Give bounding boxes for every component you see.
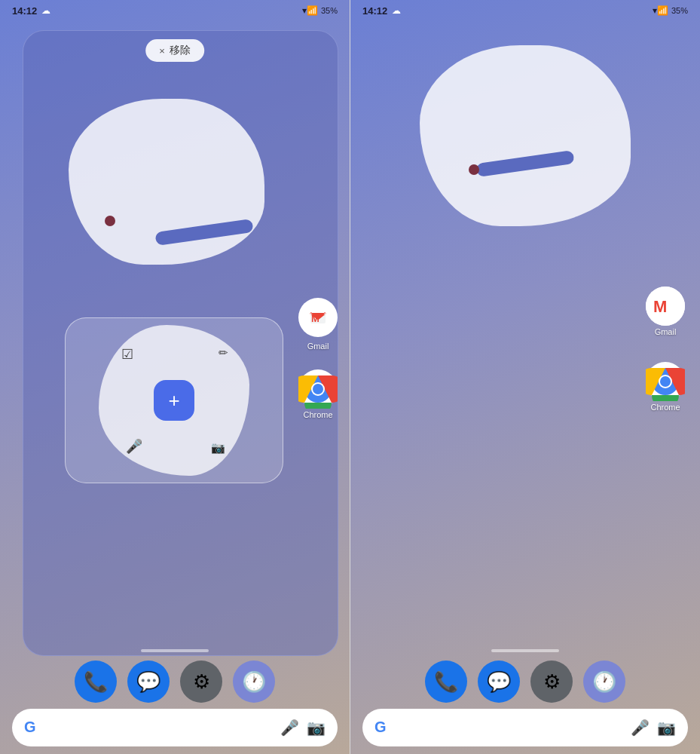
status-right-left: ▾📶 35%: [302, 5, 338, 16]
top-blob-widget: [69, 99, 264, 265]
blob-dash: [154, 219, 253, 246]
dock-phone-button[interactable]: 📞: [75, 661, 117, 703]
search-mic-icon[interactable]: 🎤: [280, 719, 299, 737]
pencil-icon: ✏: [219, 346, 228, 360]
wifi-icon-right: ▾📶: [653, 5, 668, 16]
dock-settings-button-right[interactable]: ⚙: [530, 661, 573, 703]
dock-handle-right: [491, 649, 559, 652]
time-right: 14:12: [362, 5, 387, 17]
clock-icon: 🕐: [242, 670, 266, 694]
dock-clock-button[interactable]: 🕐: [233, 661, 275, 703]
dock-messages-button-right[interactable]: 💬: [478, 661, 520, 703]
svg-point-12: [660, 376, 671, 387]
messages-icon: 💬: [136, 670, 160, 694]
time-left: 14:12: [12, 5, 37, 17]
svg-point-6: [313, 384, 323, 394]
messages-icon-right: 💬: [487, 670, 511, 694]
search-bar-left[interactable]: G 🎤 📷: [12, 709, 338, 746]
settings-icon-right: ⚙: [543, 670, 561, 694]
blob-dot-right: [469, 164, 479, 175]
svg-text:M: M: [311, 313, 319, 324]
status-bar-right: 14:12 ☁ ▾📶 35%: [350, 0, 700, 21]
dock-left: 📞 💬 ⚙ 🕐: [75, 661, 275, 703]
status-right-right: ▾📶 35%: [653, 5, 688, 16]
gmail-icon: M: [298, 298, 338, 337]
phone-icon-right: 📞: [434, 670, 458, 694]
search-lens-icon-right[interactable]: 📷: [657, 719, 676, 737]
gmail-right[interactable]: M Gmail: [646, 287, 685, 336]
dock-clock-button-right[interactable]: 🕐: [583, 661, 625, 703]
search-mic-icon-right[interactable]: 🎤: [631, 719, 650, 737]
plus-icon: +: [168, 389, 179, 412]
clock-icon-right: 🕐: [592, 670, 616, 694]
dock-right: 📞 💬 ⚙ 🕐: [425, 661, 625, 703]
google-g-icon: G: [24, 719, 42, 737]
dock-phone-button-right[interactable]: 📞: [425, 661, 467, 703]
battery-right: 35%: [671, 6, 688, 15]
settings-icon: ⚙: [193, 670, 210, 694]
left-phone-screen: 14:12 ☁ ▾📶 35% × 移除 ☑ ✏ + 🎤 📷: [0, 0, 350, 754]
add-button[interactable]: +: [154, 380, 194, 421]
chrome-label: Chrome: [303, 410, 332, 419]
camera-icon: 📷: [211, 441, 225, 455]
chrome-label-right: Chrome: [650, 403, 680, 412]
gmail-label: Gmail: [307, 342, 329, 351]
remove-button[interactable]: × 移除: [145, 39, 204, 62]
search-lens-icon[interactable]: 📷: [307, 719, 326, 737]
top-blob-widget-right: [420, 45, 631, 226]
phone-icon: 📞: [84, 670, 108, 694]
status-left: 14:12 ☁: [12, 5, 50, 17]
dock-settings-button[interactable]: ⚙: [180, 661, 222, 703]
right-phone-screen: 14:12 ☁ ▾📶 35% M Gmail: [350, 0, 700, 754]
remove-label: 移除: [170, 44, 191, 57]
search-bar-right[interactable]: G 🎤 📷: [362, 709, 688, 746]
battery-left: 35%: [321, 6, 338, 15]
chrome-icon: [298, 369, 338, 409]
wifi-icon-left: ▾📶: [302, 5, 318, 16]
chrome-right[interactable]: Chrome: [646, 362, 685, 412]
dock-messages-button[interactable]: 💬: [127, 661, 170, 703]
widget-container: ☑ ✏ + 🎤 📷: [23, 30, 338, 656]
checkbox-icon: ☑: [121, 346, 133, 363]
status-right-left: 14:12 ☁: [362, 5, 401, 17]
mic-icon: 🎤: [126, 438, 142, 455]
status-bar-left: 14:12 ☁ ▾📶 35%: [0, 0, 350, 21]
remove-x-icon: ×: [159, 45, 165, 57]
cloud-icon-left: ☁: [41, 5, 50, 16]
dock-handle: [141, 649, 209, 652]
blob-dash-right: [475, 150, 574, 177]
google-g-icon-right: G: [374, 719, 393, 737]
blob-dot: [105, 216, 115, 226]
action-widget-container: ☑ ✏ + 🎤 📷: [65, 317, 283, 483]
gmail-label-right: Gmail: [655, 327, 677, 336]
svg-text:M: M: [653, 297, 667, 316]
chrome-app-right[interactable]: Chrome: [298, 369, 338, 419]
gmail-app-right[interactable]: M Gmail: [298, 298, 338, 351]
chrome-icon-right: [646, 362, 685, 401]
action-blob: ☑ ✏ + 🎤 📷: [99, 325, 249, 476]
gmail-icon-right: M: [646, 287, 685, 326]
cloud-icon-right: ☁: [392, 5, 401, 16]
